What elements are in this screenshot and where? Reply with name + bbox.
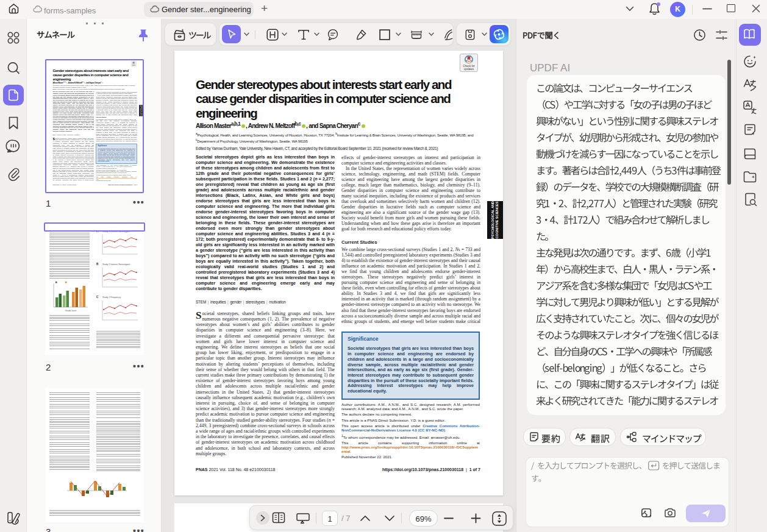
svg-text:Study 2 Frequency: Study 2 Frequency: [102, 296, 121, 299]
svg-text:COGNITIVE SCIENCES: COGNITIVE SCIENCES: [495, 201, 499, 238]
svg-text:updates: updates: [132, 65, 135, 66]
svg-text:Study 2 Interest Stereotypes: Study 2 Interest Stereotypes: [102, 263, 130, 266]
svg-text:PSYCHOLOGICAL AND: PSYCHOLOGICAL AND: [491, 201, 494, 239]
svg-text:B: B: [96, 263, 99, 266]
svg-text:PSYCHOLOGICAL AND: PSYCHOLOGICAL AND: [140, 105, 141, 116]
svg-text:C: C: [96, 296, 99, 299]
svg-text:Grade level: Grade level: [65, 310, 77, 312]
svg-text:updates: updates: [464, 68, 474, 71]
svg-text:COGNITIVE SCIENCES: COGNITIVE SCIENCES: [141, 105, 142, 116]
